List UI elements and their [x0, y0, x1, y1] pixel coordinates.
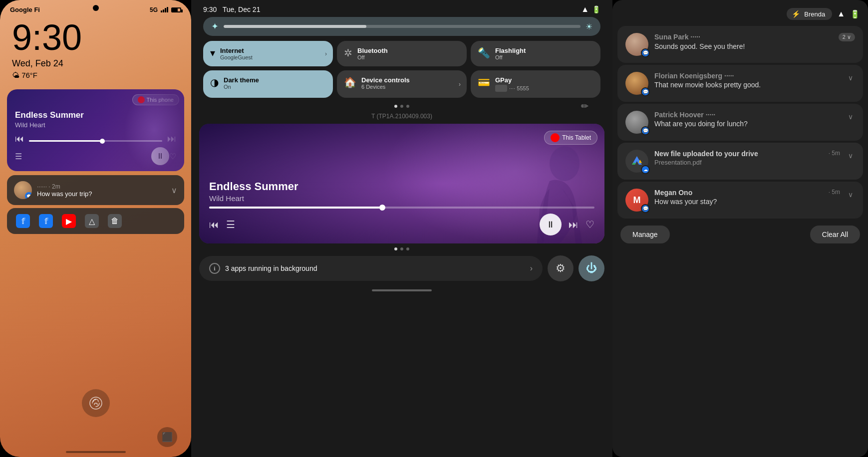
qs-tile-bluetooth[interactable]: ✲ Bluetooth Off	[337, 41, 467, 66]
phone-carrier: Google Fi	[10, 6, 40, 13]
drive-title: New file uploaded to your drive	[654, 150, 758, 158]
notif-user-bolt-icon: ⚡	[792, 10, 800, 18]
drive-chevron-button[interactable]: ∨	[846, 150, 855, 162]
shortcut-trash[interactable]: 🗑	[108, 214, 122, 228]
notif-item-florian[interactable]: 💬 Florian Koenigsberg ····· That new mov…	[617, 65, 863, 102]
megan-app-badge: 💬	[641, 204, 650, 213]
qs-dot-3	[406, 105, 409, 108]
shortcut-facebook2[interactable]: 𝕗	[39, 214, 53, 228]
phone-queue-button[interactable]: ☰	[15, 152, 22, 161]
music-dot-2	[400, 247, 403, 250]
shortcut-facebook1[interactable]: 𝕗	[16, 214, 30, 228]
bg-apps-chevron: ›	[530, 264, 533, 273]
phone-progress-fill	[29, 140, 102, 142]
qs-internet-label: Internet	[220, 47, 253, 54]
darktheme-icon: ◑	[210, 76, 219, 88]
phone-notif-card[interactable]: 💬 ······ · 2m How was your trip? ∨	[7, 175, 184, 205]
internet-icon: ▾	[210, 47, 215, 59]
florian-avatar: 💬	[625, 72, 648, 95]
suna-count: 2 ∨	[839, 33, 855, 41]
notif-panel-user[interactable]: ⚡ Brenda	[787, 8, 832, 20]
megan-notif-header: Megan Ono · 5m	[654, 189, 840, 197]
qs-flashlight-label: Flashlight	[495, 47, 526, 54]
bg-apps-text: 3 apps running in background	[225, 264, 525, 272]
tablet-bg-apps[interactable]: ℹ 3 apps running in background ›	[199, 256, 543, 281]
qs-bluetooth-sub: Off	[357, 54, 388, 60]
phone-fingerprint-button[interactable]	[82, 389, 110, 417]
suna-message: Sounds good. See you there!	[654, 42, 855, 50]
gpay-icon: 💳	[478, 76, 490, 88]
qs-dots-row: ✏	[203, 102, 600, 111]
notification-panel: ⚡ Brenda ▲ 🔋 💬 Suna Park ····· 2 ∨ Sound…	[612, 0, 868, 457]
phone-network: 5G	[150, 6, 158, 13]
florian-notif-header: Florian Koenigsberg ·····	[654, 72, 840, 80]
phone-music-card[interactable]: This phone Endless Summer Wild Heart ⏮ ⏭…	[7, 89, 184, 171]
notif-item-megan[interactable]: M 💬 Megan Ono · 5m How was your stay? ∨	[617, 182, 863, 219]
qs-tile-flashlight[interactable]: 🔦 Flashlight Off	[471, 41, 600, 66]
tablet-heart-button[interactable]: ♡	[585, 219, 594, 230]
patrick-chevron-button[interactable]: ∨	[846, 111, 855, 123]
qs-tile-gpay-text: GPay ···· 5555	[495, 76, 529, 92]
brightness-row[interactable]: ✦ ☀	[203, 17, 600, 36]
megan-chevron-button[interactable]: ∨	[846, 189, 855, 201]
tablet-play-button[interactable]: ⏸	[540, 214, 562, 235]
battery-fill	[172, 8, 178, 11]
florian-app-badge: 💬	[641, 87, 650, 96]
qs-tile-darktheme[interactable]: ◑ Dark theme On	[203, 70, 333, 98]
notif-panel-header: ⚡ Brenda ▲ 🔋	[612, 6, 868, 24]
tablet-music-title: Endless Summer	[209, 180, 594, 193]
qs-dot-2	[400, 105, 403, 108]
florian-name: Florian Koenigsberg ·····	[654, 72, 734, 80]
phone-notif-sender: ······ · 2m	[37, 183, 60, 190]
florian-chevron-button[interactable]: ∨	[846, 72, 855, 84]
phone-status-bar: Google Fi 5G	[0, 0, 191, 15]
qs-tile-internet[interactable]: ▾ Internet GoogleGuest ›	[203, 41, 333, 66]
suna-app-badge: 💬	[641, 48, 650, 57]
qs-edit-button[interactable]: ✏	[581, 101, 588, 112]
brightness-bar[interactable]	[224, 25, 580, 28]
drive-subtitle: Presentation.pdf	[654, 159, 840, 166]
notif-user-name: Brenda	[804, 10, 825, 18]
internet-chevron: ›	[325, 50, 327, 57]
patrick-notif-body: Patrick Hoover ····· What are you doing …	[654, 111, 840, 128]
tablet-progress-dot	[379, 205, 385, 211]
suna-notif-body: Suna Park ····· 2 ∨ Sounds good. See you…	[654, 33, 855, 50]
tablet-power-button[interactable]: ⏻	[579, 255, 604, 281]
tablet-panel: 9:30 Tue, Dec 21 ▲ 🔋 ✦ ☀ ▾ Internet Goo	[191, 0, 612, 457]
qs-tile-device-controls[interactable]: 🏠 Device controls 6 Devices ›	[337, 70, 467, 98]
notif-item-drive[interactable]: ☁ New file uploaded to your drive · 5m P…	[617, 143, 863, 180]
phone-prev-button[interactable]: ⏮	[15, 134, 24, 144]
notif-item-suna[interactable]: 💬 Suna Park ····· 2 ∨ Sounds good. See y…	[617, 26, 863, 63]
tablet-music-card[interactable]: This Tablet Endless Summer Wild Heart ⏮ …	[199, 124, 604, 243]
tablet-music-progress[interactable]	[209, 207, 594, 209]
phone-music-progress[interactable]	[29, 140, 162, 142]
qs-darktheme-sub: On	[224, 84, 259, 90]
tablet-next-button[interactable]: ⏭	[569, 219, 579, 230]
megan-message: How was your stay?	[654, 198, 840, 206]
phone-notif-chevron[interactable]: ∨	[171, 186, 177, 195]
suna-name: Suna Park ·····	[654, 33, 700, 41]
notif-wifi-icon: ▲	[837, 9, 845, 18]
tablet-settings-button[interactable]: ⚙	[548, 255, 574, 281]
shortcut-app3[interactable]: △	[85, 214, 99, 228]
patrick-app-badge: 💬	[641, 126, 650, 135]
tablet-time: 9:30	[203, 5, 217, 13]
qs-tile-gpay[interactable]: 💳 GPay ···· 5555	[471, 70, 600, 98]
qs-device-label: Device controls	[361, 76, 410, 84]
manage-button[interactable]: Manage	[620, 226, 670, 243]
notif-item-patrick[interactable]: 💬 Patrick Hoover ····· What are you doin…	[617, 104, 863, 141]
qs-gpay-label: GPay	[495, 76, 529, 84]
tablet-wifi-icon: ▲	[581, 5, 589, 14]
phone-camera	[93, 5, 99, 11]
phone-task-button[interactable]: ⬛	[157, 427, 177, 447]
phone-status-right: 5G	[150, 6, 181, 13]
clear-all-button[interactable]: Clear All	[810, 226, 860, 243]
shortcut-youtube[interactable]: ▶	[62, 214, 76, 228]
tablet-prev-button[interactable]: ⏮	[209, 219, 219, 230]
qs-dots	[394, 105, 409, 108]
qs-dot-1	[394, 105, 397, 108]
notif-battery-icon: 🔋	[850, 9, 860, 19]
qs-tile-darktheme-text: Dark theme On	[224, 76, 259, 90]
phone-notif-text: How was your trip?	[37, 190, 166, 198]
tablet-queue-button[interactable]: ☰	[226, 219, 235, 230]
